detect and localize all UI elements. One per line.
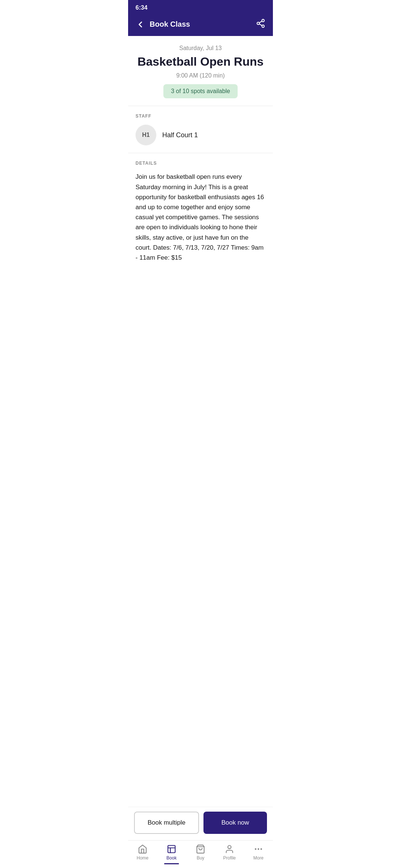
status-bar: 6:34 — [128, 0, 273, 14]
svg-line-4 — [259, 21, 262, 23]
back-button[interactable] — [136, 20, 145, 29]
staff-section: STAFF H1 Half Court 1 — [128, 106, 273, 153]
main-content: Saturday, Jul 13 Basketball Open Runs 9:… — [128, 36, 273, 307]
header: Book Class — [128, 14, 273, 36]
spots-available-badge: 3 of 10 spots available — [163, 84, 237, 98]
staff-avatar: H1 — [136, 125, 156, 145]
event-info-section: Saturday, Jul 13 Basketball Open Runs 9:… — [128, 36, 273, 106]
header-title: Book Class — [150, 20, 190, 29]
share-button[interactable] — [256, 19, 265, 30]
staff-item: H1 Half Court 1 — [136, 125, 265, 145]
details-section: DETAILS Join us for basketball open runs… — [128, 153, 273, 270]
status-time: 6:34 — [136, 4, 147, 11]
event-date: Saturday, Jul 13 — [136, 45, 265, 52]
event-title: Basketball Open Runs — [136, 55, 265, 69]
staff-name: Half Court 1 — [162, 131, 198, 139]
details-section-label: DETAILS — [136, 161, 265, 166]
details-text: Join us for basketball open runs every S… — [136, 172, 265, 263]
event-time: 9:00 AM (120 min) — [136, 72, 265, 79]
header-left: Book Class — [136, 20, 190, 29]
staff-section-label: STAFF — [136, 114, 265, 119]
svg-line-3 — [259, 24, 262, 26]
